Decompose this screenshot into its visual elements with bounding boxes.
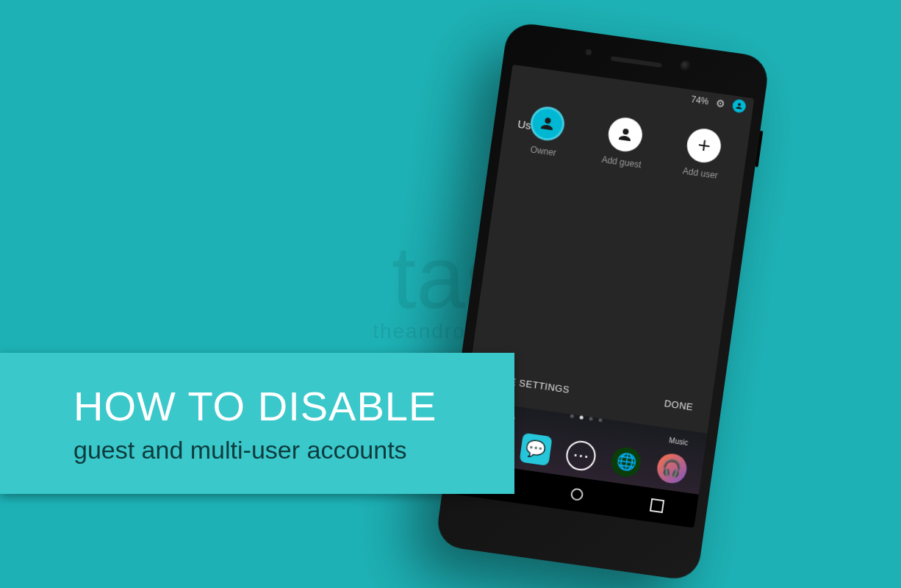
proximity-sensor	[585, 49, 592, 56]
home-icon[interactable]	[568, 485, 586, 503]
user-owner[interactable]: Owner	[526, 104, 567, 159]
music-icon[interactable]: 🎧	[655, 452, 688, 485]
svg-point-0	[571, 488, 584, 501]
user-switcher-icon[interactable]	[732, 98, 747, 113]
user-icon	[528, 104, 567, 143]
dock-label-right: Music	[669, 436, 689, 447]
guest-icon	[606, 115, 645, 154]
plus-icon: +	[685, 126, 723, 165]
add-guest-label: Add guest	[601, 154, 642, 170]
done-button[interactable]: DONE	[664, 398, 694, 412]
earpiece	[611, 56, 662, 68]
phone-body: 74% ⚙ User Owner A	[435, 21, 771, 581]
recents-icon[interactable]	[650, 498, 664, 513]
app-drawer-icon[interactable]: ⋯	[564, 439, 597, 472]
browser-icon[interactable]: 🌐	[610, 445, 643, 478]
caption-box: HOW TO DISABLE guest and multi-user acco…	[0, 353, 514, 494]
phone: 74% ⚙ User Owner A	[435, 21, 771, 581]
messages-icon[interactable]: 💬	[519, 433, 552, 466]
add-user-label: Add user	[682, 166, 719, 182]
front-camera	[680, 60, 692, 72]
add-guest[interactable]: Add guest	[601, 115, 647, 171]
user-grid: Owner Add guest + Add user	[500, 101, 749, 184]
battery-text: 74%	[690, 94, 709, 107]
add-user[interactable]: + Add user	[682, 126, 724, 181]
caption-subtitle: guest and multi-user accounts	[73, 436, 470, 465]
user-owner-label: Owner	[530, 144, 557, 158]
caption-title: HOW TO DISABLE	[73, 382, 470, 430]
settings-icon[interactable]: ⚙	[715, 97, 726, 110]
